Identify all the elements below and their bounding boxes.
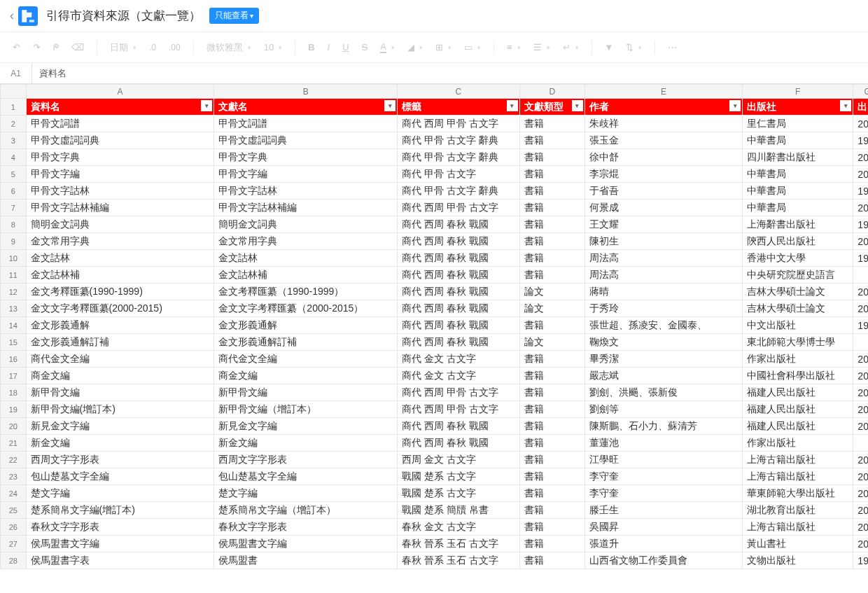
font-family-dropdown[interactable]: 微软雅黑 bbox=[206, 41, 251, 54]
cell[interactable]: 金文形義通解 bbox=[26, 317, 214, 334]
bold-icon[interactable]: B bbox=[308, 42, 314, 53]
col-header-D[interactable]: D bbox=[519, 85, 584, 99]
cell[interactable]: 福建人民出版社 bbox=[743, 418, 853, 435]
row-header[interactable]: 25 bbox=[1, 502, 27, 519]
cell[interactable]: 于省吾 bbox=[584, 183, 742, 200]
cell[interactable]: 書籍 bbox=[519, 233, 584, 250]
row-header[interactable]: 22 bbox=[1, 452, 27, 468]
filter-dropdown-icon[interactable]: ▾ bbox=[572, 100, 583, 111]
cell[interactable]: 商代 甲骨 古文字 辭典 bbox=[398, 149, 519, 166]
cell[interactable]: 春秋 晉系 玉石 古文字 bbox=[398, 536, 519, 552]
cell[interactable]: 楚系簡帛文字編（增訂本） bbox=[214, 502, 398, 519]
cell[interactable]: 張玉金 bbox=[584, 132, 742, 149]
cell[interactable]: 20 bbox=[853, 401, 868, 418]
cell[interactable]: 書籍 bbox=[519, 502, 584, 519]
cell[interactable]: 里仁書局 bbox=[743, 116, 853, 132]
cell[interactable] bbox=[853, 334, 868, 351]
cell[interactable]: 20 bbox=[853, 502, 868, 519]
row-header[interactable]: 18 bbox=[1, 384, 27, 401]
fill-color-icon[interactable]: ◢ bbox=[407, 42, 423, 53]
cell[interactable]: 中華書局 bbox=[743, 183, 853, 200]
cell[interactable]: 19 bbox=[853, 317, 868, 334]
row-header[interactable]: 3 bbox=[1, 132, 27, 149]
cell[interactable]: 侯馬盟書字表 bbox=[26, 552, 214, 569]
cell[interactable]: 陳斯鵬、石小力、蘇清芳 bbox=[584, 418, 742, 435]
cell[interactable]: 論文 bbox=[519, 284, 584, 300]
cell[interactable]: 論文 bbox=[519, 300, 584, 317]
cell[interactable]: 商代 西周 春秋 戰國 bbox=[398, 250, 519, 267]
italic-icon[interactable]: I bbox=[328, 42, 330, 53]
cell[interactable]: 19 bbox=[853, 216, 868, 233]
cell[interactable]: 新甲骨文編 bbox=[214, 384, 398, 401]
row-header[interactable]: 12 bbox=[1, 284, 27, 300]
cell[interactable]: 商代 西周 春秋 戰國 bbox=[398, 334, 519, 351]
cell[interactable]: 福建人民出版社 bbox=[743, 384, 853, 401]
cell[interactable]: 商代 西周 甲骨 古文字 bbox=[398, 401, 519, 418]
row-header[interactable]: 19 bbox=[1, 401, 27, 418]
cell[interactable]: 江學旺 bbox=[584, 452, 742, 468]
row-header[interactable]: 13 bbox=[1, 300, 27, 317]
cell[interactable]: 春秋 晉系 玉石 古文字 bbox=[398, 552, 519, 569]
cell[interactable]: 書籍 bbox=[519, 183, 584, 200]
cell[interactable]: 商金文編 bbox=[26, 368, 214, 384]
cell[interactable]: 書籍 bbox=[519, 132, 584, 149]
cell[interactable]: 楚系簡帛文字編(增訂本) bbox=[26, 502, 214, 519]
cell[interactable]: 中文出版社 bbox=[743, 317, 853, 334]
row-header[interactable]: 10 bbox=[1, 250, 27, 267]
cell[interactable]: 新見金文字編 bbox=[214, 418, 398, 435]
col-header-E[interactable]: E bbox=[584, 85, 742, 99]
cell[interactable]: 王文耀 bbox=[584, 216, 742, 233]
row-header[interactable]: 6 bbox=[1, 183, 27, 200]
cell[interactable]: 論文 bbox=[519, 334, 584, 351]
col-header-A[interactable]: A bbox=[26, 85, 214, 99]
cell[interactable]: 書籍 bbox=[519, 166, 584, 183]
cell[interactable]: 書籍 bbox=[519, 149, 584, 166]
cell[interactable]: 書籍 bbox=[519, 418, 584, 435]
spreadsheet-grid[interactable]: A B C D E F G 1 資料名▾ 文獻名▾ 標籤▾ 文獻類型▾ 作者▾ … bbox=[0, 84, 868, 569]
cell[interactable]: 商代金文全編 bbox=[26, 351, 214, 368]
select-all-corner[interactable] bbox=[1, 85, 27, 99]
cell[interactable]: 文物出版社 bbox=[743, 552, 853, 569]
cell[interactable]: 周法高 bbox=[584, 267, 742, 284]
cell[interactable]: 西周 金文 古文字 bbox=[398, 452, 519, 468]
cell[interactable]: 董蓮池 bbox=[584, 435, 742, 452]
cell[interactable]: 張世超、孫凌安、金國泰、 bbox=[584, 317, 742, 334]
cell[interactable]: 書籍 bbox=[519, 200, 584, 216]
cell[interactable]: 春秋文字字形表 bbox=[214, 519, 398, 536]
text-color-icon[interactable]: A bbox=[380, 41, 395, 53]
view-only-badge[interactable]: 只能查看 bbox=[209, 8, 259, 24]
cell[interactable] bbox=[853, 267, 868, 284]
cell[interactable]: 侯馬盟書文字編 bbox=[26, 536, 214, 552]
cell[interactable]: 侯馬盟書 bbox=[214, 552, 398, 569]
cell[interactable]: 20 bbox=[853, 233, 868, 250]
cell[interactable]: 上海古籍出版社 bbox=[743, 468, 853, 485]
filter-dropdown-icon[interactable]: ▾ bbox=[384, 100, 396, 111]
cell[interactable]: 甲骨文字詁林補編 bbox=[26, 200, 214, 216]
cell[interactable]: 20 bbox=[853, 300, 868, 317]
row-header[interactable]: 20 bbox=[1, 418, 27, 435]
row-header[interactable]: 4 bbox=[1, 149, 27, 166]
cell[interactable]: 金文常用字典 bbox=[26, 233, 214, 250]
cell[interactable]: 商代 西周 春秋 戰國 bbox=[398, 284, 519, 300]
v-align-icon[interactable]: ☰ bbox=[533, 42, 550, 53]
cell[interactable]: 華東師範大學出版社 bbox=[743, 485, 853, 502]
row-header[interactable]: 15 bbox=[1, 334, 27, 351]
cell[interactable]: 商代 西周 甲骨 古文字 bbox=[398, 200, 519, 216]
cell[interactable]: 書籍 bbox=[519, 401, 584, 418]
cell[interactable]: 吉林大學碩士論文 bbox=[743, 284, 853, 300]
cell[interactable]: 侯馬盟書文字編 bbox=[214, 536, 398, 552]
cell[interactable]: 春秋 金文 古文字 bbox=[398, 519, 519, 536]
cell[interactable]: 20 bbox=[853, 418, 868, 435]
cell[interactable]: 甲骨文字詁林 bbox=[26, 183, 214, 200]
row-header[interactable]: 27 bbox=[1, 536, 27, 552]
cell[interactable]: 鞠煥文 bbox=[584, 334, 742, 351]
cell[interactable]: 甲骨文虛詞詞典 bbox=[26, 132, 214, 149]
col-header-G[interactable]: G bbox=[853, 85, 868, 99]
back-icon[interactable]: ‹ bbox=[10, 8, 14, 23]
cell[interactable]: 戰國 楚系 簡牘 帛書 bbox=[398, 502, 519, 519]
row-header[interactable]: 23 bbox=[1, 468, 27, 485]
cell[interactable]: 20 bbox=[853, 519, 868, 536]
cell[interactable]: 四川辭書出版社 bbox=[743, 149, 853, 166]
column-headers[interactable]: A B C D E F G bbox=[1, 85, 869, 99]
cell[interactable]: 19 bbox=[853, 132, 868, 149]
